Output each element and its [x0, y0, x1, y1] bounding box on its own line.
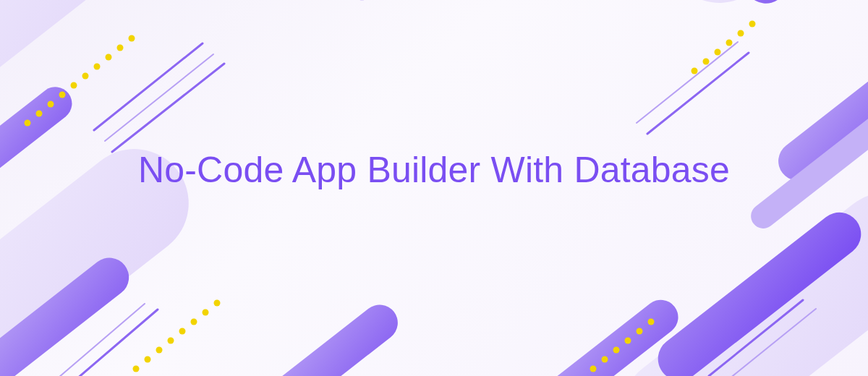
- svg-line-17: [637, 42, 738, 123]
- svg-point-34: [703, 59, 710, 65]
- svg-rect-6: [736, 0, 868, 12]
- svg-rect-11: [246, 297, 405, 376]
- hero-banner: No-Code App Builder With Database: [0, 0, 868, 376]
- svg-line-16: [112, 64, 224, 152]
- svg-point-49: [613, 347, 620, 354]
- svg-point-24: [36, 111, 43, 117]
- svg-line-15: [105, 54, 213, 141]
- svg-point-37: [738, 30, 744, 37]
- svg-point-52: [648, 319, 655, 325]
- svg-point-28: [82, 73, 89, 80]
- svg-point-44: [191, 319, 197, 325]
- svg-point-43: [179, 328, 186, 335]
- svg-point-45: [203, 309, 209, 316]
- hero-title: No-Code App Builder With Database: [0, 148, 868, 193]
- svg-point-36: [726, 40, 733, 46]
- svg-rect-5: [333, 0, 507, 9]
- svg-point-40: [145, 356, 151, 363]
- svg-point-31: [117, 45, 124, 51]
- svg-point-41: [156, 347, 163, 354]
- svg-point-25: [48, 101, 54, 108]
- svg-line-18: [647, 53, 749, 134]
- svg-point-33: [692, 68, 698, 74]
- svg-point-30: [106, 54, 112, 61]
- svg-rect-1: [643, 0, 868, 25]
- svg-point-51: [637, 328, 643, 335]
- svg-point-46: [214, 300, 221, 307]
- svg-point-42: [168, 338, 174, 344]
- svg-point-32: [129, 35, 135, 42]
- svg-point-27: [71, 82, 77, 89]
- svg-point-48: [602, 356, 608, 363]
- svg-point-26: [59, 92, 66, 98]
- svg-point-39: [133, 366, 140, 372]
- svg-point-38: [749, 21, 756, 27]
- svg-point-23: [25, 120, 31, 127]
- svg-point-47: [590, 366, 597, 372]
- svg-point-50: [625, 338, 631, 344]
- svg-point-29: [94, 64, 101, 70]
- svg-point-35: [715, 49, 721, 56]
